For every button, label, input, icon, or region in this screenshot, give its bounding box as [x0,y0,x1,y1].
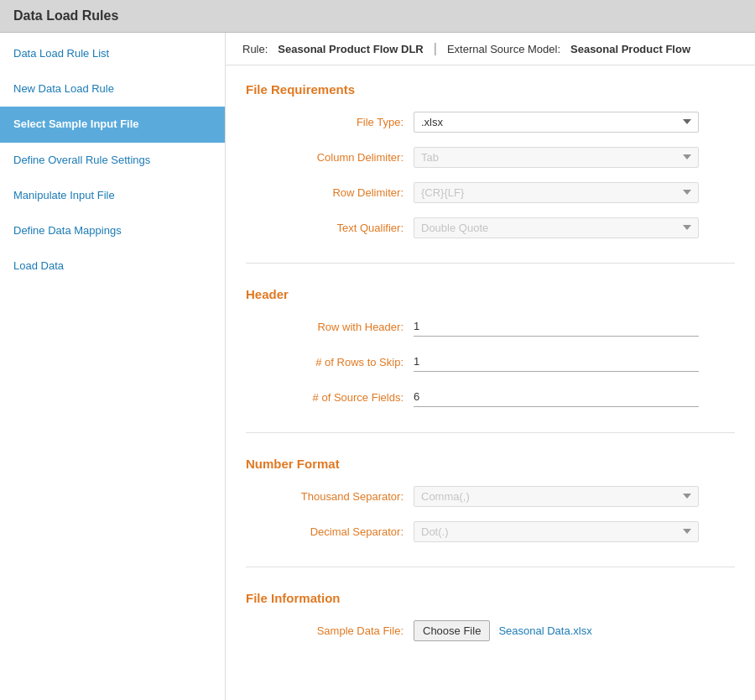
divider-2 [246,432,735,433]
column-delimiter-select[interactable]: Tab Comma Pipe [414,147,699,168]
row-delimiter-row: Row Delimiter: {CR}{LF} {LF} {CR} [246,179,735,206]
source-fields-input[interactable] [414,387,699,407]
row-with-header-row: Row with Header: [246,313,735,340]
thousand-separator-select[interactable]: Comma(,) Period(.) None [414,486,699,507]
text-qualifier-select[interactable]: Double Quote Single Quote None [414,217,699,238]
sample-data-file-label: Sample Data File: [246,624,414,637]
app-title: Data Load Rules [0,0,755,33]
sample-data-file-row: Sample Data File: Choose File Seasonal D… [246,617,735,644]
model-prefix: External Source Model: [447,43,560,55]
text-qualifier-row: Text Qualifier: Double Quote Single Quot… [246,214,735,241]
column-delimiter-row: Column Delimiter: Tab Comma Pipe [246,144,735,170]
sidebar-item-new-data-load-rule[interactable]: New Data Load Rule [0,71,225,107]
source-fields-wrapper [414,387,699,407]
thousand-separator-wrapper: Comma(,) Period(.) None [414,486,699,507]
sidebar-item-load-data[interactable]: Load Data [0,248,225,284]
rows-to-skip-input[interactable] [414,352,699,372]
column-delimiter-label: Column Delimiter: [246,151,414,164]
column-delimiter-wrapper: Tab Comma Pipe [414,147,699,168]
sidebar: Data Load Rule List New Data Load Rule S… [0,33,226,700]
decimal-separator-wrapper: Dot(.) Comma(,) [414,521,699,542]
text-qualifier-label: Text Qualifier: [246,222,414,234]
model-name: Seasonal Product Flow [570,43,690,55]
row-with-header-label: Row with Header: [246,321,414,333]
file-requirements-title: File Requirements [246,82,735,97]
source-fields-row: # of Source Fields: [246,384,735,410]
row-delimiter-wrapper: {CR}{LF} {LF} {CR} [414,182,699,203]
thousand-separator-label: Thousand Separator: [246,490,414,503]
source-fields-label: # of Source Fields: [246,391,414,404]
sample-data-file-wrapper: Choose File Seasonal Data.xlsx [414,620,699,641]
rule-prefix: Rule: [242,43,268,55]
decimal-separator-label: Decimal Separator: [246,525,414,538]
sidebar-item-data-load-rule-list[interactable]: Data Load Rule List [0,36,225,71]
row-with-header-input[interactable] [414,316,699,337]
row-delimiter-select[interactable]: {CR}{LF} {LF} {CR} [414,182,699,203]
number-format-section: Number Format Thousand Separator: Comma(… [226,440,755,560]
text-qualifier-wrapper: Double Quote Single Quote None [414,217,699,238]
main-content: Rule: Seasonal Product Flow DLR | Extern… [226,33,755,700]
file-type-row: File Type: .xlsx .csv .txt .xls [246,108,735,135]
divider-3 [246,567,735,567]
rows-to-skip-label: # of Rows to Skip: [246,356,414,368]
header-section: Header Row with Header: # of Rows to Ski… [226,270,755,426]
sidebar-item-define-data-mappings[interactable]: Define Data Mappings [0,213,225,248]
divider-1 [246,263,735,264]
header-section-title: Header [246,287,735,301]
decimal-separator-row: Decimal Separator: Dot(.) Comma(,) [246,518,735,545]
file-information-section: File Information Sample Data File: Choos… [226,574,755,659]
file-type-select[interactable]: .xlsx .csv .txt .xls [414,112,699,133]
row-delimiter-label: Row Delimiter: [246,186,414,199]
decimal-separator-select[interactable]: Dot(.) Comma(,) [414,521,699,542]
sidebar-item-select-sample-input-file[interactable]: Select Sample Input File [0,107,225,142]
choose-file-button[interactable]: Choose File [414,620,490,641]
file-input-container: Choose File Seasonal Data.xlsx [414,620,699,641]
rows-to-skip-wrapper [414,352,699,372]
file-information-title: File Information [246,591,735,605]
sidebar-item-manipulate-input-file[interactable]: Manipulate Input File [0,178,225,213]
number-format-title: Number Format [246,457,735,471]
rows-to-skip-row: # of Rows to Skip: [246,348,735,375]
rule-header: Rule: Seasonal Product Flow DLR | Extern… [226,33,755,65]
file-requirements-section: File Requirements File Type: .xlsx .csv … [226,65,755,256]
header-divider: | [434,41,437,56]
sidebar-item-define-overall-rule-settings[interactable]: Define Overall Rule Settings [0,143,225,178]
file-type-wrapper: .xlsx .csv .txt .xls [414,112,699,133]
rule-name: Seasonal Product Flow DLR [278,43,423,55]
selected-file-name: Seasonal Data.xlsx [498,624,591,637]
file-type-label: File Type: [246,116,414,128]
thousand-separator-row: Thousand Separator: Comma(,) Period(.) N… [246,483,735,509]
row-with-header-wrapper [414,316,699,337]
